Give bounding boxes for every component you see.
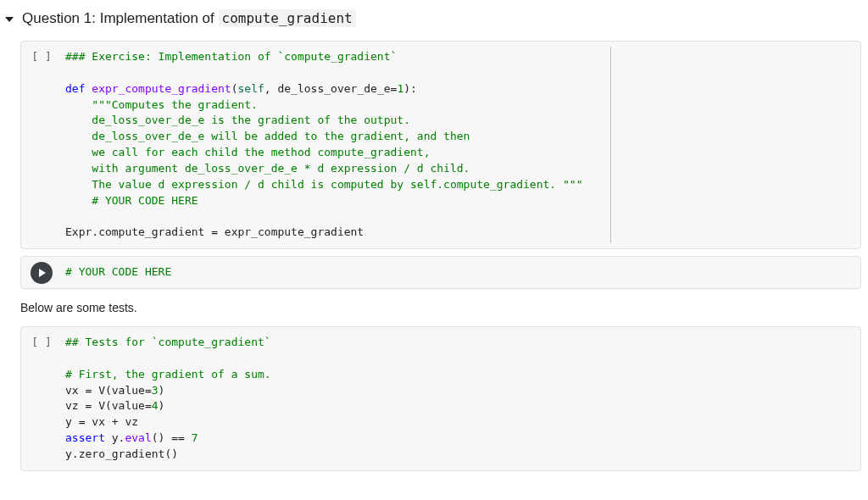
cell-run-indicator[interactable]: [ ] — [21, 42, 62, 248]
markdown-text: Below are some tests. — [20, 301, 861, 314]
code-editor-3[interactable]: ## Tests for `compute_gradient` # First,… — [62, 327, 860, 470]
code-cell-3[interactable]: [ ] ## Tests for `compute_gradient` # Fi… — [20, 326, 861, 471]
play-icon — [39, 269, 46, 277]
cell-run-gutter — [21, 257, 62, 288]
code-cell-1[interactable]: [ ] ### Exercise: Implementation of `com… — [20, 41, 861, 249]
code-cell-2[interactable]: # YOUR CODE HERE — [20, 256, 861, 289]
run-cell-button[interactable] — [31, 262, 53, 284]
code-editor-1[interactable]: ### Exercise: Implementation of `compute… — [62, 42, 860, 248]
title-prefix: Question 1: Implementation of — [22, 10, 219, 26]
cell-run-indicator[interactable]: [ ] — [21, 327, 62, 470]
cell-divider — [610, 47, 611, 243]
code-editor-2[interactable]: # YOUR CODE HERE — [62, 257, 860, 288]
title-code: compute_gradient — [219, 9, 356, 27]
collapse-toggle-icon[interactable] — [5, 17, 14, 22]
section-title: Question 1: Implementation of compute_gr… — [22, 10, 356, 27]
section-heading-row: Question 1: Implementation of compute_gr… — [0, 7, 868, 41]
